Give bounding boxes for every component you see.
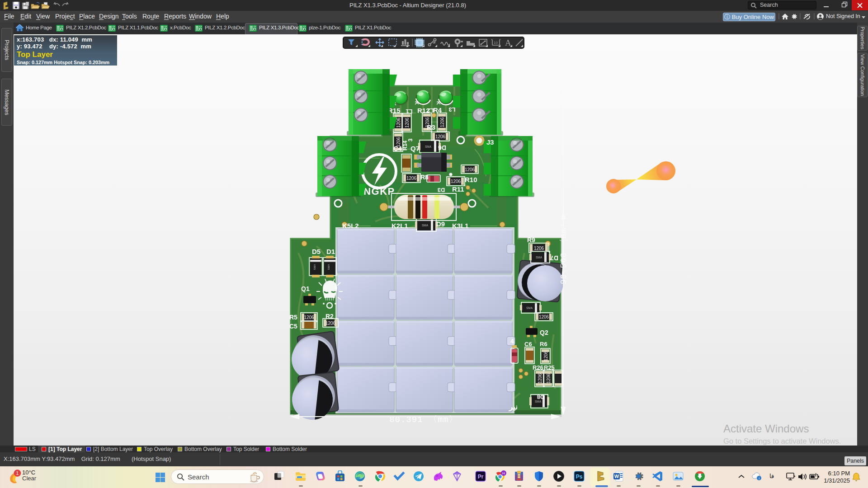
svg-text:1: 1 [16, 470, 19, 476]
svg-text:Pr: Pr [478, 474, 484, 480]
svg-text:SMA: SMA [313, 264, 316, 270]
svg-text:SMA: SMA [536, 256, 542, 259]
svg-text:D9: D9 [436, 220, 445, 228]
svg-text:R8: R8 [420, 174, 429, 181]
svg-text:1206: 1206 [539, 314, 549, 319]
svg-text:10: 10 [494, 41, 498, 45]
svg-text:C4: C4 [393, 145, 402, 152]
svg-text:SMA: SMA [425, 145, 432, 148]
svg-text:R25: R25 [544, 364, 555, 371]
svg-text:i: i [759, 476, 760, 480]
svg-text:L2: L2 [427, 107, 434, 114]
svg-text:K5L2: K5L2 [342, 222, 359, 230]
svg-text:D5: D5 [312, 248, 321, 255]
svg-text:1206: 1206 [405, 117, 410, 128]
svg-text:D8: D8 [537, 394, 545, 400]
svg-text:SMA: SMA [327, 264, 330, 270]
svg-text:C6: C6 [524, 341, 532, 347]
svg-text:D7: D7 [550, 254, 558, 262]
svg-text:1206: 1206 [435, 134, 446, 139]
svg-text:Q2: Q2 [540, 329, 548, 336]
svg-text:1206: 1206 [465, 167, 475, 172]
svg-text:1206: 1206 [546, 373, 551, 384]
svg-text:H: H [502, 471, 505, 475]
svg-text:نير: نير [508, 403, 518, 412]
svg-text:1206: 1206 [451, 179, 461, 184]
svg-text:99.568 〈mm〉: 99.568 〈mm〉 [559, 219, 568, 284]
svg-text:J3: J3 [486, 138, 494, 146]
svg-text:4: 4 [510, 338, 514, 345]
svg-text:1206: 1206 [538, 373, 542, 384]
svg-text:1206: 1206 [543, 351, 548, 361]
svg-text:K: K [436, 101, 441, 105]
svg-text:D3: D3 [438, 187, 445, 193]
svg-text:NGKP: NGKP [363, 186, 395, 197]
svg-text:SMA: SMA [422, 224, 429, 227]
svg-text:W: W [614, 474, 619, 479]
svg-text:1206: 1206 [534, 246, 544, 251]
svg-text:L1: L1 [406, 108, 412, 115]
svg-text:80.391 〈mm〉: 80.391 〈mm〉 [389, 415, 458, 425]
svg-text:D6: D6 [438, 144, 446, 151]
svg-text:1206: 1206 [304, 315, 314, 320]
svg-text:K3L1: K3L1 [452, 222, 469, 230]
svg-text:Q1: Q1 [301, 285, 310, 292]
svg-text:3: 3 [407, 138, 414, 141]
svg-text:K2L1: K2L1 [392, 222, 408, 230]
svg-text:R26: R26 [533, 364, 543, 371]
svg-text:R6: R6 [540, 341, 547, 347]
svg-text:R10: R10 [465, 176, 477, 183]
svg-text:C5: C5 [289, 323, 297, 330]
svg-text:K: K [414, 101, 420, 105]
svg-text:R5: R5 [289, 314, 297, 321]
svg-text:R11: R11 [452, 185, 464, 193]
svg-text:R15: R15 [388, 107, 401, 114]
svg-text:1206: 1206 [326, 321, 336, 326]
svg-text:Q7: Q7 [410, 145, 420, 152]
svg-text:1206: 1206 [406, 176, 417, 181]
svg-text:R2: R2 [326, 313, 334, 320]
svg-text:A: A [505, 38, 511, 47]
svg-text:Ps: Ps [576, 474, 583, 480]
svg-text:1206: 1206 [440, 117, 445, 127]
svg-text:SMA: SMA [526, 306, 533, 310]
svg-text:R9: R9 [527, 236, 535, 244]
svg-text:1206: 1206 [396, 117, 401, 128]
svg-text:R3: R3 [427, 123, 435, 131]
svg-text:R4: R4 [433, 106, 442, 114]
svg-text:D1: D1 [326, 248, 335, 255]
